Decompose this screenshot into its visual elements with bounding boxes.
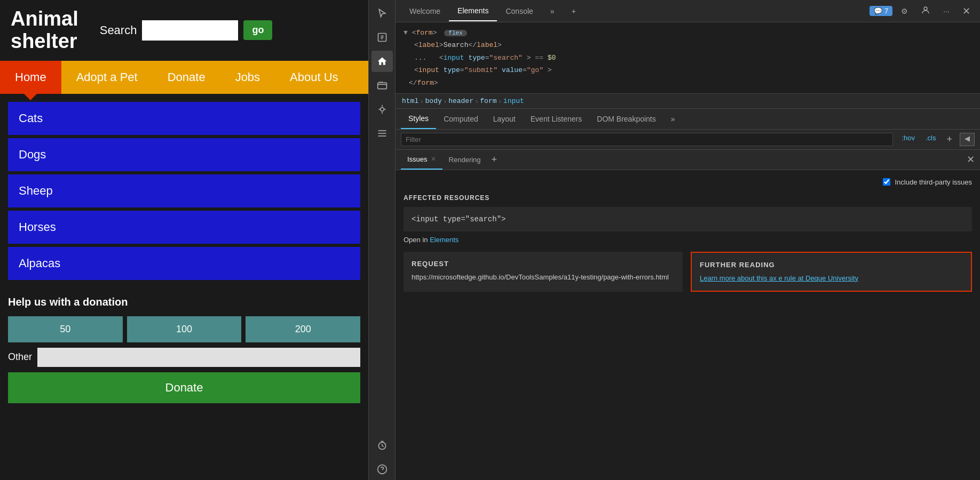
amount-50-button[interactable]: 50 bbox=[8, 316, 123, 342]
cursor-icon[interactable] bbox=[372, 3, 393, 24]
account-icon[interactable] bbox=[916, 3, 935, 19]
list-item[interactable]: Alpacas bbox=[8, 247, 360, 280]
affected-resources-title: AFFECTED RESOURCES bbox=[404, 194, 972, 202]
nav-item-donate[interactable]: Donate bbox=[153, 61, 220, 94]
bottom-tabs: Issues ✕ Rendering + ✕ bbox=[396, 150, 980, 170]
search-form: Search go bbox=[100, 20, 273, 41]
dom-label-line[interactable]: <label>Search</label> bbox=[404, 39, 972, 51]
breadcrumb: html › body › header › form › input bbox=[396, 94, 980, 109]
open-in-elements: Open in Elements bbox=[404, 236, 972, 244]
inspect-icon[interactable] bbox=[372, 27, 393, 48]
nav-item-jobs[interactable]: Jobs bbox=[220, 61, 275, 94]
search-input[interactable] bbox=[142, 20, 238, 41]
tools-icon[interactable] bbox=[372, 123, 393, 144]
home-icon[interactable] bbox=[372, 51, 393, 72]
tab-more[interactable]: » bbox=[542, 2, 563, 21]
animal-list: Cats Dogs Sheep Horses Alpacas bbox=[8, 102, 360, 280]
question-icon[interactable] bbox=[372, 459, 393, 480]
styles-tabs: Styles Computed Layout Event Listeners D… bbox=[396, 109, 980, 130]
close-devtools-button[interactable]: ✕ bbox=[958, 3, 975, 19]
nav-item-about[interactable]: About Us bbox=[275, 61, 353, 94]
tab-console[interactable]: Console bbox=[497, 2, 541, 21]
filter-input[interactable] bbox=[401, 133, 893, 146]
list-item[interactable]: Dogs bbox=[8, 138, 360, 171]
tab-computed[interactable]: Computed bbox=[436, 109, 486, 129]
svg-point-5 bbox=[380, 108, 384, 111]
dom-tree: ▼ <form> flex <label>Search</label> ... … bbox=[396, 22, 980, 94]
breadcrumb-body[interactable]: body bbox=[425, 97, 442, 105]
breadcrumb-form[interactable]: form bbox=[480, 97, 496, 105]
dom-input-search-line[interactable]: ... <input type="search" > == $0 bbox=[404, 52, 972, 64]
tab-issues[interactable]: Issues ✕ bbox=[401, 150, 442, 170]
nav-item-home[interactable]: Home bbox=[0, 61, 61, 94]
list-item[interactable]: Cats bbox=[8, 102, 360, 135]
request-card: REQUEST https://microsoftedge.github.io/… bbox=[404, 252, 683, 292]
styles-panel: Styles Computed Layout Event Listeners D… bbox=[396, 109, 980, 480]
svg-rect-1 bbox=[377, 83, 386, 89]
rendering-tab-label: Rendering bbox=[449, 156, 481, 164]
add-tab-button[interactable]: + bbox=[487, 151, 502, 169]
screenshot-icon[interactable] bbox=[372, 75, 393, 96]
hov-button[interactable]: :hov bbox=[898, 133, 918, 146]
issues-badge[interactable]: 💬 7 bbox=[870, 6, 892, 16]
close-all-tabs-button[interactable]: ✕ bbox=[967, 154, 975, 165]
more-icon[interactable]: ··· bbox=[939, 5, 954, 18]
tab-rendering[interactable]: Rendering bbox=[442, 150, 487, 169]
tab-add[interactable]: + bbox=[563, 2, 584, 21]
tab-styles[interactable]: Styles bbox=[401, 109, 436, 129]
affected-resources-section: AFFECTED RESOURCES <input type="search">… bbox=[404, 194, 972, 244]
cls-button[interactable]: .cls bbox=[922, 133, 939, 146]
dom-form-close: </form> bbox=[404, 77, 972, 89]
list-item[interactable]: Horses bbox=[8, 211, 360, 244]
debug-icon[interactable] bbox=[372, 99, 393, 120]
further-reading-link[interactable]: Learn more about this ax e rule at Deque… bbox=[700, 274, 858, 282]
nav-item-adopt[interactable]: Adopt a Pet bbox=[61, 61, 153, 94]
issues-tab-close[interactable]: ✕ bbox=[431, 155, 436, 163]
list-item[interactable]: Sheep bbox=[8, 174, 360, 207]
chat-icon: 💬 bbox=[874, 7, 882, 15]
bottom-area: Issues ✕ Rendering + ✕ Include third-par… bbox=[396, 150, 980, 480]
tab-layout[interactable]: Layout bbox=[486, 109, 523, 129]
amount-100-button[interactable]: 100 bbox=[127, 316, 242, 342]
search-label: Search bbox=[100, 23, 137, 37]
donation-title: Help us with a donation bbox=[8, 296, 360, 308]
expand-arrow-icon[interactable]: ▼ bbox=[404, 29, 408, 37]
filter-bar: :hov .cls + ◀ bbox=[396, 130, 980, 150]
open-in-elements-link[interactable]: Elements bbox=[430, 236, 459, 244]
site-title: Animalshelter bbox=[11, 8, 78, 53]
breadcrumb-input[interactable]: input bbox=[503, 97, 524, 105]
third-party-checkbox[interactable] bbox=[883, 178, 890, 186]
settings-icon[interactable]: ⚙ bbox=[897, 5, 912, 18]
issues-tab-label: Issues bbox=[407, 155, 428, 163]
flex-badge: flex bbox=[444, 30, 467, 36]
dom-input-submit-line[interactable]: <input type="submit" value="go" > bbox=[404, 64, 972, 76]
collapse-button[interactable]: ◀ bbox=[960, 133, 975, 146]
amount-200-button[interactable]: 200 bbox=[246, 316, 360, 342]
tab-welcome[interactable]: Welcome bbox=[401, 2, 449, 21]
other-amount-input[interactable] bbox=[37, 348, 360, 367]
badge-number: 7 bbox=[884, 7, 888, 15]
tab-elements[interactable]: Elements bbox=[449, 1, 497, 21]
go-button[interactable]: go bbox=[243, 20, 272, 40]
add-style-button[interactable]: + bbox=[943, 133, 955, 146]
tab-event-listeners[interactable]: Event Listeners bbox=[523, 109, 590, 129]
bottom-cards: REQUEST https://microsoftedge.github.io/… bbox=[404, 252, 972, 292]
breadcrumb-header[interactable]: header bbox=[448, 97, 473, 105]
other-row: Other bbox=[8, 348, 360, 367]
site-header: Animalshelter Search go bbox=[0, 0, 368, 61]
tab-more-styles[interactable]: » bbox=[663, 109, 683, 129]
affected-code-block: <input type="search"> bbox=[404, 207, 972, 231]
donate-button[interactable]: Donate bbox=[8, 372, 360, 403]
tab-dom-breakpoints[interactable]: DOM Breakpoints bbox=[589, 109, 663, 129]
dom-form-line[interactable]: ▼ <form> flex bbox=[404, 27, 972, 39]
timer-icon[interactable] bbox=[372, 435, 393, 456]
request-url: https://microsoftedge.github.io/DevTools… bbox=[412, 272, 675, 283]
devtools-tabs: Welcome Elements Console » + 💬 7 ⚙ ··· ✕ bbox=[396, 0, 980, 22]
code-content: <input type="search"> bbox=[412, 215, 505, 223]
request-title: REQUEST bbox=[412, 260, 675, 268]
further-reading-card: FURTHER READING Learn more about this ax… bbox=[691, 252, 972, 292]
filter-buttons: :hov .cls + ◀ bbox=[898, 133, 975, 146]
donation-section: Help us with a donation 50 100 200 Other… bbox=[8, 291, 360, 409]
site-content: Cats Dogs Sheep Horses Alpacas Help us w… bbox=[0, 94, 368, 480]
breadcrumb-html[interactable]: html bbox=[402, 97, 418, 105]
